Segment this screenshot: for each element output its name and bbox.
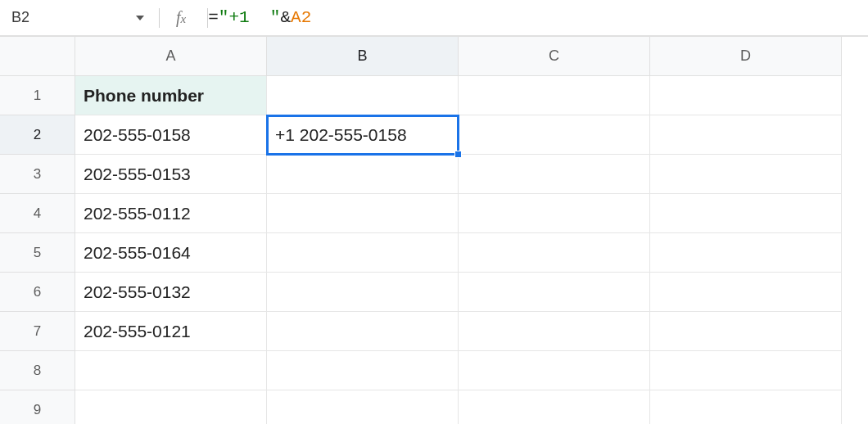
column-header[interactable]: B	[267, 37, 459, 76]
row-header[interactable]: 6	[0, 273, 75, 312]
formula-input[interactable]: ="+1 "&A2	[208, 8, 868, 27]
cell[interactable]	[650, 390, 842, 424]
fill-handle[interactable]	[454, 151, 462, 158]
cell[interactable]	[267, 351, 459, 390]
cell[interactable]	[267, 233, 459, 273]
column-header[interactable]: D	[650, 37, 842, 76]
cell[interactable]	[650, 115, 842, 155]
column-header[interactable]: A	[75, 37, 267, 76]
select-all-corner[interactable]	[0, 37, 75, 76]
cell[interactable]	[650, 76, 842, 115]
cell[interactable]	[459, 351, 650, 390]
cell[interactable]	[459, 194, 650, 233]
cell[interactable]	[459, 76, 650, 115]
cell[interactable]	[650, 351, 842, 390]
cell[interactable]	[650, 233, 842, 273]
cell[interactable]: 202-555-0121	[75, 312, 267, 351]
cell[interactable]: 202-555-0132	[75, 273, 267, 312]
cell[interactable]	[459, 115, 650, 155]
column-header[interactable]: C	[459, 37, 650, 76]
cell[interactable]: 202-555-0158	[75, 115, 267, 155]
cell[interactable]	[267, 155, 459, 194]
formula-token: "+1 "	[219, 8, 281, 27]
row-header[interactable]: 5	[0, 233, 75, 273]
fx-icon[interactable]: fx	[160, 8, 201, 27]
cell[interactable]	[267, 312, 459, 351]
cell[interactable]: 202-555-0164	[75, 233, 267, 273]
cell[interactable]: 202-555-0112	[75, 194, 267, 233]
name-formula-bar: B2 fx ="+1 "&A2	[0, 0, 868, 36]
row-header[interactable]: 8	[0, 351, 75, 390]
cell[interactable]	[267, 194, 459, 233]
formula-token: =	[208, 8, 219, 27]
row-header[interactable]: 9	[0, 390, 75, 424]
name-box-text: B2	[11, 9, 136, 26]
cell[interactable]	[650, 312, 842, 351]
row-header[interactable]: 3	[0, 155, 75, 194]
cell[interactable]	[650, 194, 842, 233]
row-header[interactable]: 2	[0, 115, 75, 155]
spreadsheet-grid[interactable]: ABCD1Phone number2202-555-0158+1 202-555…	[0, 36, 868, 424]
cell[interactable]	[75, 351, 267, 390]
name-box[interactable]: B2	[5, 0, 152, 35]
cell[interactable]: +1 202-555-0158	[267, 115, 459, 155]
cell[interactable]	[650, 273, 842, 312]
cell[interactable]	[459, 155, 650, 194]
cell[interactable]	[267, 390, 459, 424]
cell[interactable]	[650, 155, 842, 194]
cell[interactable]	[459, 390, 650, 424]
cell[interactable]	[459, 233, 650, 273]
cell[interactable]: 202-555-0153	[75, 155, 267, 194]
chevron-down-icon[interactable]	[136, 16, 144, 20]
cell[interactable]: Phone number	[75, 76, 267, 115]
cell[interactable]	[267, 76, 459, 115]
formula-token: &	[280, 8, 291, 27]
cell[interactable]	[267, 273, 459, 312]
formula-token: A2	[291, 8, 311, 27]
cell[interactable]	[75, 390, 267, 424]
row-header[interactable]: 1	[0, 76, 75, 115]
cell[interactable]	[459, 312, 650, 351]
row-header[interactable]: 7	[0, 312, 75, 351]
row-header[interactable]: 4	[0, 194, 75, 233]
cell[interactable]	[459, 273, 650, 312]
